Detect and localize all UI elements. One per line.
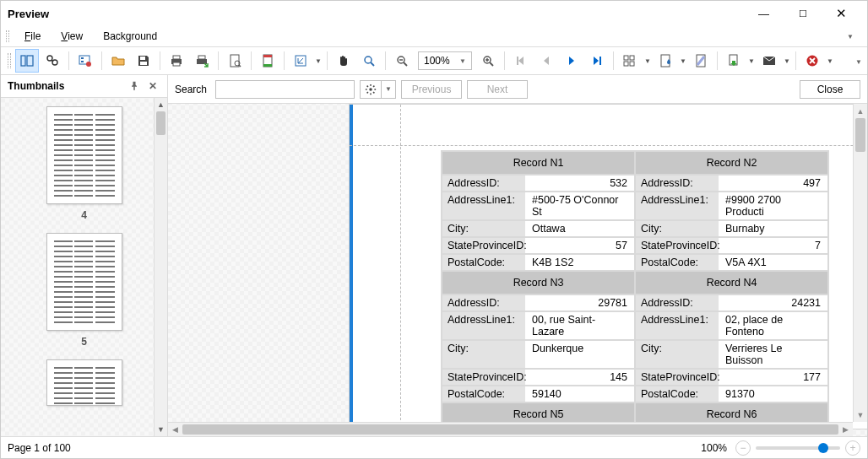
record-header: Record N3 xyxy=(442,271,635,294)
guide-line xyxy=(350,145,867,146)
menubar-overflow[interactable]: ▼ xyxy=(838,30,862,43)
svg-rect-37 xyxy=(630,62,634,66)
thumbnails-panel: Thumbnails ✕ 4 5 ▲ xyxy=(1,75,168,436)
svg-rect-33 xyxy=(599,57,601,65)
find-button[interactable] xyxy=(41,49,64,73)
thumbnails-toggle-button[interactable] xyxy=(15,49,39,73)
page-color-button[interactable] xyxy=(654,49,677,73)
titlebar: Preview — ☐ ✕ xyxy=(1,1,867,26)
multipage-dropdown[interactable]: ▼ xyxy=(643,49,653,73)
svg-rect-7 xyxy=(81,61,84,62)
svg-rect-20 xyxy=(263,55,272,57)
svg-rect-15 xyxy=(198,56,205,59)
close-button[interactable]: Close xyxy=(800,80,860,99)
maximize-button[interactable]: ☐ xyxy=(784,2,822,25)
magnifier-button[interactable] xyxy=(357,49,381,73)
email-button[interactable] xyxy=(757,49,781,73)
svg-line-24 xyxy=(371,62,374,66)
svg-point-46 xyxy=(369,88,372,91)
toolbar-grip[interactable] xyxy=(8,53,11,68)
search-input[interactable] xyxy=(215,80,355,99)
stop-dropdown[interactable]: ▼ xyxy=(825,49,835,73)
toolbar-overflow[interactable]: ▼ xyxy=(855,47,862,76)
previous-button[interactable]: Previous xyxy=(401,80,462,99)
thumbnail-item[interactable]: 5 xyxy=(1,224,167,351)
document-area[interactable]: Record N1 Record N2 AddressID:532Address… xyxy=(168,104,867,436)
thumbnails-list[interactable]: 4 5 ▲ ▼ xyxy=(1,97,167,436)
menubar-grip[interactable] xyxy=(6,30,9,42)
header-footer-button[interactable] xyxy=(256,49,279,73)
search-options-button[interactable]: ▼ xyxy=(360,80,396,99)
menu-background[interactable]: Background xyxy=(95,28,165,45)
thumbnail-page xyxy=(46,359,122,406)
zoom-out-status-button[interactable]: − xyxy=(735,440,751,456)
page-color-dropdown[interactable]: ▼ xyxy=(678,49,688,73)
record-header: Record N2 xyxy=(635,151,828,175)
scale-button[interactable] xyxy=(289,49,312,73)
thumbnail-label: 4 xyxy=(81,204,87,221)
parameters-button[interactable] xyxy=(73,49,97,73)
zoom-out-button[interactable] xyxy=(390,49,414,73)
thumbnails-scrollbar[interactable]: ▲ ▼ xyxy=(154,98,167,436)
zoom-slider[interactable] xyxy=(756,446,840,450)
hand-tool-button[interactable] xyxy=(332,49,355,73)
zoom-select[interactable]: 100%▼ xyxy=(418,51,472,70)
records-table: Record N1 Record N2 AddressID:532Address… xyxy=(441,150,829,427)
svg-rect-32 xyxy=(517,57,518,65)
svg-point-3 xyxy=(52,60,57,65)
svg-line-31 xyxy=(490,62,493,66)
save-button[interactable] xyxy=(132,49,155,73)
page-margin-indicator xyxy=(350,105,353,429)
next-page-button[interactable] xyxy=(560,49,583,73)
svg-rect-1 xyxy=(27,56,33,66)
zoom-in-button[interactable] xyxy=(476,49,500,73)
thumbnail-item[interactable]: 4 xyxy=(1,98,167,224)
status-bar: Page 1 of 100 100% − + xyxy=(1,436,867,458)
menu-view[interactable]: View xyxy=(52,28,91,45)
minimize-button[interactable]: — xyxy=(745,2,783,25)
menu-file[interactable]: File xyxy=(16,28,49,45)
document-page: Record N1 Record N2 AddressID:532Address… xyxy=(349,104,867,429)
quick-print-button[interactable] xyxy=(190,49,214,73)
close-window-button[interactable]: ✕ xyxy=(822,2,860,25)
watermark-button[interactable] xyxy=(689,49,713,73)
svg-rect-14 xyxy=(197,59,207,64)
toolbar: ▼ 100%▼ ▼ ▼ ▼ ▼ ▼ ▼ xyxy=(1,46,867,75)
svg-line-27 xyxy=(404,62,407,66)
multipage-button[interactable] xyxy=(618,49,642,73)
pin-icon[interactable] xyxy=(127,78,142,94)
page-info: Page 1 of 100 xyxy=(8,442,71,454)
horizontal-scrollbar[interactable]: ◀▶ xyxy=(168,422,853,436)
svg-rect-0 xyxy=(21,56,25,66)
record-header: Record N1 xyxy=(442,151,635,175)
svg-point-8 xyxy=(86,62,91,67)
email-dropdown[interactable]: ▼ xyxy=(782,49,792,73)
close-panel-icon[interactable]: ✕ xyxy=(145,78,160,94)
search-bar: Search ▼ Previous Next Close xyxy=(168,75,867,104)
svg-point-23 xyxy=(365,57,372,63)
svg-rect-10 xyxy=(140,62,147,65)
open-button[interactable] xyxy=(106,49,130,73)
export-button[interactable] xyxy=(722,49,746,73)
svg-rect-21 xyxy=(263,64,272,67)
prev-page-button[interactable] xyxy=(534,49,558,73)
svg-rect-13 xyxy=(173,62,180,66)
first-page-button[interactable] xyxy=(509,49,533,73)
svg-rect-6 xyxy=(81,57,84,59)
vertical-scrollbar[interactable]: ▲ ▼ xyxy=(853,104,867,422)
scale-dropdown[interactable]: ▼ xyxy=(313,49,323,73)
print-button[interactable] xyxy=(165,49,188,73)
page-setup-button[interactable] xyxy=(223,49,247,73)
gear-icon xyxy=(361,84,381,95)
zoom-in-status-button[interactable]: + xyxy=(845,440,860,456)
last-page-button[interactable] xyxy=(585,49,609,73)
export-dropdown[interactable]: ▼ xyxy=(746,49,757,73)
zoom-slider-knob[interactable] xyxy=(818,443,828,453)
window-title: Preview xyxy=(8,8,49,20)
svg-rect-12 xyxy=(173,56,180,59)
svg-rect-35 xyxy=(630,56,634,60)
thumbnail-page xyxy=(46,106,122,204)
next-button[interactable]: Next xyxy=(467,80,528,99)
stop-button[interactable] xyxy=(800,49,824,73)
thumbnail-item[interactable] xyxy=(1,351,167,409)
